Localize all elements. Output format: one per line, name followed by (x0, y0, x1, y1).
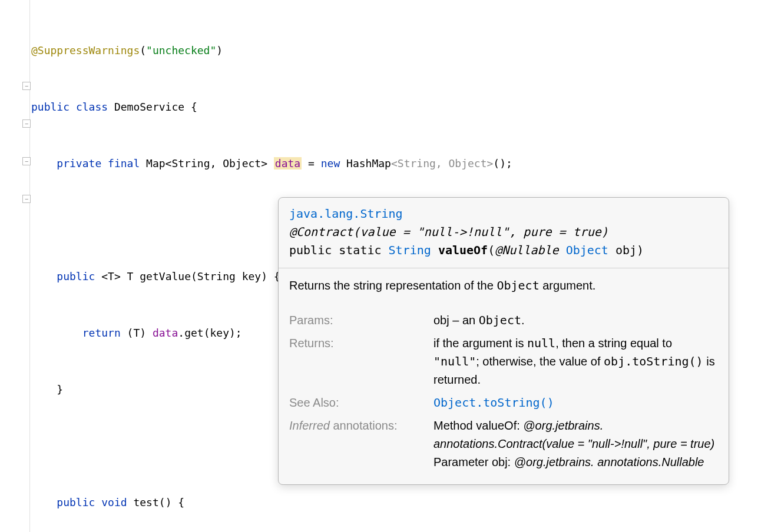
editor-gutter: − − − − (0, 0, 30, 532)
doc-params-value: obj – an Object. (433, 309, 718, 332)
doc-description: Returns the string representation of the… (289, 277, 718, 295)
code-line[interactable]: private final Map<String, Object> data =… (30, 154, 781, 173)
doc-returns-value: if the argument is null, then a string e… (433, 332, 718, 391)
code-line[interactable]: public class DemoService { (30, 98, 781, 117)
doc-seealso-label: See Also: (289, 391, 433, 414)
fold-marker-icon[interactable]: − (22, 157, 31, 165)
doc-seealso-link[interactable]: Object.toString() (433, 395, 554, 410)
doc-returns-label: Returns: (289, 332, 433, 391)
doc-param-type-link[interactable]: Object (566, 243, 608, 257)
doc-body: Returns the string representation of the… (279, 268, 729, 484)
doc-inferred-row: Inferred annotations: Method valueOf: @o… (289, 414, 718, 474)
fold-marker-icon[interactable]: − (22, 119, 31, 128)
doc-table: Params: obj – an Object. Returns: if the… (289, 309, 718, 474)
doc-seealso-row: See Also: Object.toString() (289, 391, 718, 414)
doc-params-row: Params: obj – an Object. (289, 309, 718, 332)
doc-inferred-label: Inferred annotations: (289, 414, 433, 474)
documentation-popup: java.lang.String @Contract(value = "null… (278, 197, 729, 485)
doc-params-label: Params: (289, 309, 433, 332)
fold-marker-icon[interactable]: − (22, 195, 31, 203)
doc-signature: java.lang.String @Contract(value = "null… (279, 198, 729, 268)
doc-return-type-link[interactable]: String (389, 243, 431, 257)
code-line[interactable]: public void test() { (30, 493, 781, 512)
doc-contract-annotation: @Contract(value = "null->!null", pure = … (289, 225, 608, 239)
doc-inferred-value: Method valueOf: @org.jetbrains. annotati… (433, 414, 718, 474)
doc-seealso-value: Object.toString() (433, 391, 718, 414)
doc-package-link[interactable]: java.lang.String (289, 207, 403, 221)
fold-marker-icon[interactable]: − (22, 82, 31, 90)
doc-returns-row: Returns: if the argument is null, then a… (289, 332, 718, 391)
code-line[interactable]: @SuppressWarnings("unchecked") (30, 41, 781, 60)
